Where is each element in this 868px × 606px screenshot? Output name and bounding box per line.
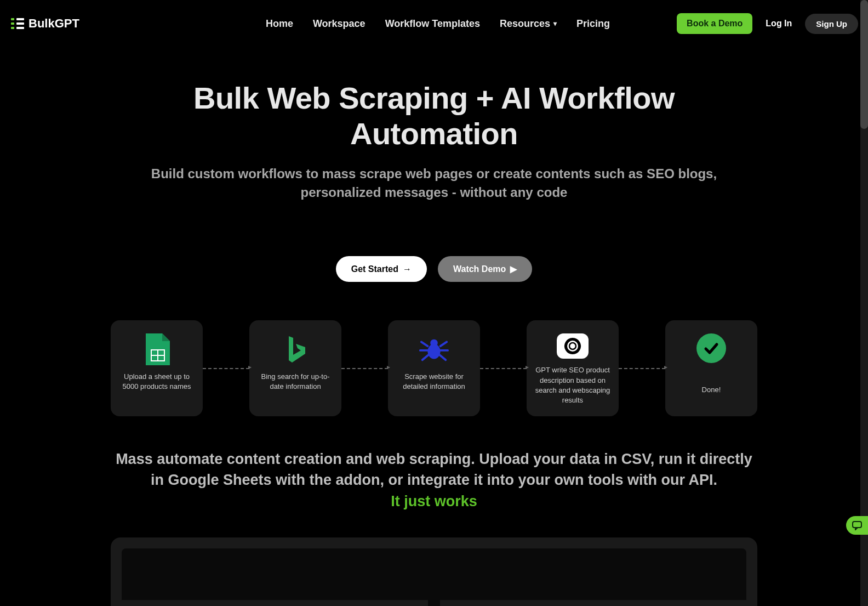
demo-video-frame <box>111 537 757 606</box>
step-text: Done! <box>702 385 721 395</box>
step-bing: Bing search for up-to-date information <box>249 320 341 416</box>
hero-title: Bulk Web Scraping + AI Workflow Automati… <box>111 80 757 151</box>
play-icon: ▶ <box>510 264 517 274</box>
login-button[interactable]: Log In <box>766 19 792 29</box>
watch-demo-button[interactable]: Watch Demo ▶ <box>438 256 532 282</box>
step-scrape: Scrape website for detailed information <box>388 320 480 416</box>
logo-icon <box>10 16 25 31</box>
book-demo-button[interactable]: Book a Demo <box>677 13 752 34</box>
nav-label: Workspace <box>313 18 366 30</box>
nav-home[interactable]: Home <box>266 18 293 30</box>
step-text: Bing search for up-to-date information <box>256 372 335 392</box>
video-mock-panel <box>440 600 746 606</box>
secondary-heading: Mass automate content creation and web s… <box>111 449 757 491</box>
step-connector <box>203 368 249 369</box>
check-icon <box>696 333 726 363</box>
step-connector <box>619 368 665 369</box>
watch-demo-label: Watch Demo <box>453 264 506 274</box>
workflow-steps: Upload a sheet up to 5000 products names… <box>111 320 757 416</box>
get-started-label: Get Started <box>351 264 398 274</box>
get-started-button[interactable]: Get Started → <box>336 256 427 282</box>
nav-actions: Book a Demo Log In Sign Up <box>677 13 858 34</box>
logo[interactable]: BulkGPT <box>10 16 79 31</box>
openai-icon <box>557 333 589 359</box>
step-connector <box>341 368 388 369</box>
step-gpt: GPT write SEO product description based … <box>527 320 619 416</box>
step-upload: Upload a sheet up to 5000 products names <box>111 320 203 416</box>
nav-resources[interactable]: Resources ▾ <box>500 18 557 30</box>
step-text: GPT write SEO product description based … <box>533 365 612 405</box>
svg-point-11 <box>569 343 576 349</box>
nav-label: Resources <box>500 18 550 30</box>
hero-subtitle: Build custom workflows to mass scrape we… <box>111 165 757 201</box>
sheet-icon <box>141 333 173 365</box>
nav-workflow-templates[interactable]: Workflow Templates <box>385 18 480 30</box>
chat-icon <box>852 520 863 530</box>
video-mock-panel <box>122 600 428 606</box>
nav-label: Home <box>266 18 293 30</box>
logo-text: BulkGPT <box>28 16 79 31</box>
scrollbar-thumb[interactable] <box>860 0 868 129</box>
bing-icon <box>279 333 311 365</box>
step-connector <box>480 368 527 369</box>
main-nav: Home Workspace Workflow Templates Resour… <box>266 18 610 30</box>
signup-button[interactable]: Sign Up <box>805 14 858 34</box>
svg-rect-0 <box>11 18 14 20</box>
svg-rect-4 <box>16 22 24 25</box>
svg-rect-2 <box>11 27 14 29</box>
nav-label: Workflow Templates <box>385 18 480 30</box>
svg-rect-3 <box>16 18 24 20</box>
svg-rect-12 <box>853 522 861 528</box>
arrow-right-icon: → <box>403 264 412 274</box>
svg-rect-5 <box>16 27 24 29</box>
cta-row: Get Started → Watch Demo ▶ <box>111 256 757 282</box>
header: BulkGPT Home Workspace Workflow Template… <box>0 0 868 47</box>
secondary-highlight: It just works <box>111 493 757 510</box>
main: Bulk Web Scraping + AI Workflow Automati… <box>111 47 757 606</box>
step-text: Scrape website for detailed information <box>395 372 473 392</box>
chevron-down-icon: ▾ <box>553 20 557 27</box>
demo-video[interactable] <box>122 548 746 606</box>
step-text: Upload a sheet up to 5000 products names <box>117 372 196 392</box>
spider-icon <box>418 333 450 365</box>
chat-widget-button[interactable] <box>846 516 868 535</box>
svg-point-10 <box>430 339 438 347</box>
step-done: Done! <box>665 320 757 416</box>
nav-pricing[interactable]: Pricing <box>576 18 610 30</box>
nav-label: Pricing <box>576 18 610 30</box>
svg-rect-1 <box>11 22 14 25</box>
nav-workspace[interactable]: Workspace <box>313 18 366 30</box>
